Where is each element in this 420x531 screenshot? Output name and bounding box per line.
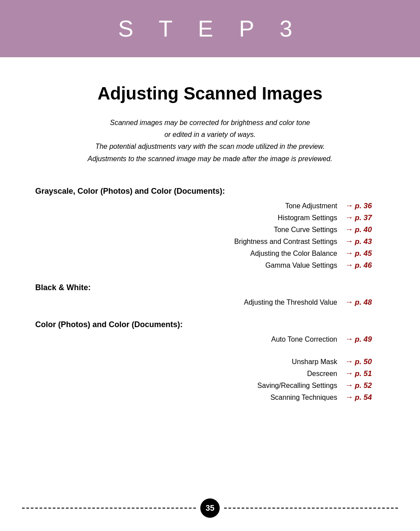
intro-text: Scanned images may be corrected for brig… bbox=[35, 117, 385, 165]
arrow-icon-scanning-techniques: → bbox=[345, 393, 353, 402]
arrow-icon-histogram: → bbox=[345, 213, 353, 222]
arrow-icon-saving-recalling: → bbox=[345, 381, 353, 390]
toc-page-threshold: → p. 48 bbox=[345, 298, 385, 307]
toc-entry-color-balance: Adjusting the Color Balance → p. 45 bbox=[35, 249, 385, 258]
page-ref-histogram: p. 37 bbox=[355, 214, 372, 222]
arrow-icon-gamma: → bbox=[345, 261, 353, 270]
arrow-icon-descreen: → bbox=[345, 369, 353, 378]
page-ref-descreen: p. 51 bbox=[355, 369, 372, 378]
dashed-line-left bbox=[22, 508, 196, 509]
page-ref-threshold: p. 48 bbox=[355, 298, 372, 307]
page-number: 35 bbox=[206, 504, 214, 513]
toc-page-histogram: → p. 37 bbox=[345, 213, 385, 222]
toc-entry-histogram: Histogram Settings → p. 37 bbox=[35, 213, 385, 222]
toc-entry-tone-curve: Tone Curve Settings → p. 40 bbox=[35, 225, 385, 234]
toc-label-histogram: Histogram Settings bbox=[278, 214, 337, 222]
toc-entry-brightness-contrast: Brightness and Contrast Settings → p. 43 bbox=[35, 237, 385, 246]
toc-label-tone-curve: Tone Curve Settings bbox=[274, 226, 337, 234]
arrow-icon-threshold: → bbox=[345, 298, 353, 307]
toc-entry-tone-adjustment: Tone Adjustment → p. 36 bbox=[35, 201, 385, 210]
toc-page-tone-curve: → p. 40 bbox=[345, 225, 385, 234]
page-ref-unsharp-mask: p. 50 bbox=[355, 358, 372, 366]
toc-label-gamma: Gamma Value Settings bbox=[265, 262, 337, 269]
arrow-icon-color-balance: → bbox=[345, 249, 353, 258]
arrow-icon-tone-curve: → bbox=[345, 225, 353, 234]
toc-page-tone-adjustment: → p. 36 bbox=[345, 201, 385, 210]
arrow-icon-brightness-contrast: → bbox=[345, 237, 353, 246]
toc-rows-color-photos: Auto Tone Correction → p. 49 bbox=[35, 335, 385, 344]
toc-label-auto-tone: Auto Tone Correction bbox=[271, 336, 337, 343]
toc-label-unsharp-mask: Unsharp Mask bbox=[292, 358, 337, 366]
toc-label-color-balance: Adjusting the Color Balance bbox=[251, 250, 337, 258]
toc-label-brightness-contrast: Brightness and Contrast Settings bbox=[234, 238, 337, 246]
toc-page-auto-tone: → p. 49 bbox=[345, 335, 385, 344]
toc-page-color-balance: → p. 45 bbox=[345, 249, 385, 258]
toc-page-descreen: → p. 51 bbox=[345, 369, 385, 378]
page-ref-tone-adjustment: p. 36 bbox=[355, 202, 372, 210]
page-ref-saving-recalling: p. 52 bbox=[355, 381, 372, 390]
page-ref-gamma: p. 46 bbox=[355, 261, 372, 270]
toc-entry-descreen: Descreen → p. 51 bbox=[35, 369, 385, 378]
section-heading-color-photos: Color (Photos) and Color (Documents): bbox=[35, 320, 385, 329]
toc-entry-saving-recalling: Saving/Recalling Settings → p. 52 bbox=[35, 381, 385, 390]
toc-entry-unsharp-mask: Unsharp Mask → p. 50 bbox=[35, 357, 385, 366]
toc-page-saving-recalling: → p. 52 bbox=[345, 381, 385, 390]
page-ref-auto-tone: p. 49 bbox=[355, 335, 372, 344]
page-ref-tone-curve: p. 40 bbox=[355, 225, 372, 234]
header-banner: S T E P 3 bbox=[0, 0, 420, 57]
toc-page-gamma: → p. 46 bbox=[345, 261, 385, 270]
section-heading-black-white: Black & White: bbox=[35, 283, 385, 292]
toc-rows-grayscale: Tone Adjustment → p. 36 Histogram Settin… bbox=[35, 201, 385, 270]
arrow-icon-unsharp-mask: → bbox=[345, 357, 353, 366]
page-ref-scanning-techniques: p. 54 bbox=[355, 393, 372, 402]
page-ref-color-balance: p. 45 bbox=[355, 249, 372, 258]
toc-rows-black-white: Adjusting the Threshold Value → p. 48 bbox=[35, 298, 385, 307]
toc-entry-auto-tone: Auto Tone Correction → p. 49 bbox=[35, 335, 385, 344]
arrow-icon-tone-adjustment: → bbox=[345, 201, 353, 210]
section-color-photos-docs: Color (Photos) and Color (Documents): Au… bbox=[35, 320, 385, 344]
section-heading-grayscale: Grayscale, Color (Photos) and Color (Doc… bbox=[35, 187, 385, 196]
toc-label-tone-adjustment: Tone Adjustment bbox=[285, 202, 337, 210]
toc-label-descreen: Descreen bbox=[307, 370, 337, 378]
dashed-line-right bbox=[224, 508, 398, 509]
step-title: S T E P 3 bbox=[118, 15, 302, 42]
toc-page-brightness-contrast: → p. 43 bbox=[345, 237, 385, 246]
page-number-circle: 35 bbox=[200, 498, 220, 518]
toc-label-threshold: Adjusting the Threshold Value bbox=[244, 299, 337, 306]
toc-label-saving-recalling: Saving/Recalling Settings bbox=[258, 382, 337, 390]
page-ref-brightness-contrast: p. 43 bbox=[355, 237, 372, 246]
page-heading: Adjusting Scanned Images bbox=[35, 84, 385, 103]
toc-entry-gamma: Gamma Value Settings → p. 46 bbox=[35, 261, 385, 270]
page-container: S T E P 3 Adjusting Scanned Images Scann… bbox=[0, 0, 420, 531]
toc-label-scanning-techniques: Scanning Techniques bbox=[270, 394, 337, 402]
arrow-icon-auto-tone: → bbox=[345, 335, 353, 344]
section-grayscale-color: Grayscale, Color (Photos) and Color (Doc… bbox=[35, 187, 385, 270]
toc-rows-all-modes: Unsharp Mask → p. 50 Descreen → p. 51 bbox=[35, 357, 385, 402]
footer: 35 bbox=[0, 498, 420, 518]
toc-entry-threshold: Adjusting the Threshold Value → p. 48 bbox=[35, 298, 385, 307]
toc-entry-scanning-techniques: Scanning Techniques → p. 54 bbox=[35, 393, 385, 402]
section-all-modes: Unsharp Mask → p. 50 Descreen → p. 51 bbox=[35, 357, 385, 402]
section-black-white: Black & White: Adjusting the Threshold V… bbox=[35, 283, 385, 307]
toc-page-unsharp-mask: → p. 50 bbox=[345, 357, 385, 366]
toc-page-scanning-techniques: → p. 54 bbox=[345, 393, 385, 402]
main-content: Adjusting Scanned Images Scanned images … bbox=[0, 57, 420, 442]
